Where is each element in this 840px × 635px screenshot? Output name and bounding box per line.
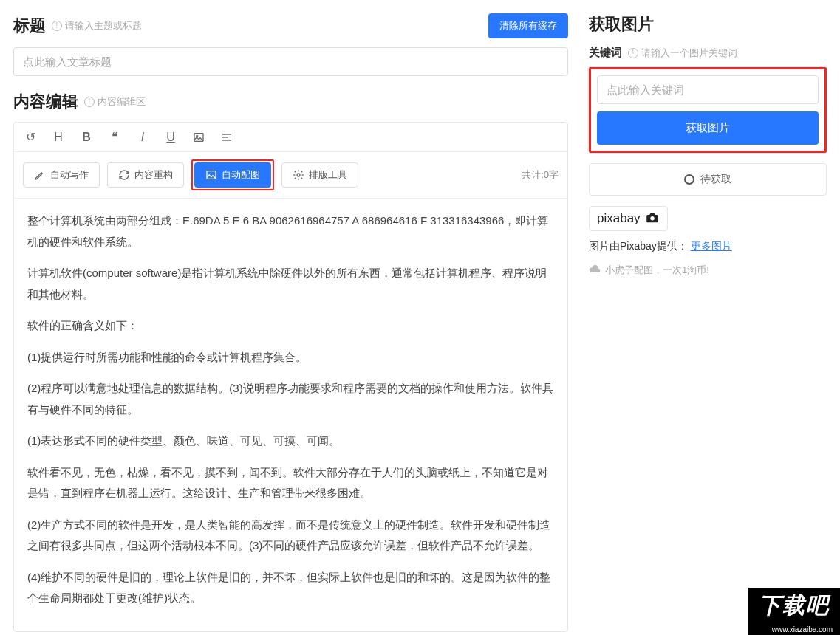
paragraph: (1)提供运行时所需功能和性能的命令或计算机程序集合。 xyxy=(27,347,554,368)
info-icon: ! xyxy=(84,97,95,107)
format-toolbar: ↺ H B ❝ I U xyxy=(14,123,567,152)
italic-icon[interactable]: I xyxy=(135,131,150,144)
bold-icon[interactable]: B xyxy=(79,131,94,144)
paragraph: 软件的正确含义如下： xyxy=(27,315,554,337)
paragraph: (4)维护不同的硬件是旧的，理论上软件是旧的，并不坏，但实际上软件也是旧的和坏的… xyxy=(27,567,554,609)
editor: ↺ H B ❝ I U 自动写作 xyxy=(13,122,568,632)
paragraph: 整个计算机系统由两部分组成：E.69DA 5 E 6 BA 9062616964… xyxy=(27,210,554,253)
keyword-hint: ! 请输入一个图片关键词 xyxy=(628,47,737,60)
image-icon[interactable] xyxy=(191,131,206,144)
paragraph: 计算机软件(computer software)是指计算机系统中除硬件以外的所有… xyxy=(27,263,554,305)
layout-tool-button[interactable]: 排版工具 xyxy=(281,162,358,188)
clear-cache-button[interactable]: 清除所有缓存 xyxy=(488,13,568,38)
keyword-label: 关键词 xyxy=(589,46,622,60)
paragraph: (1)表达形式不同的硬件类型、颜色、味道、可见、可摸、可闻。 xyxy=(27,430,554,452)
paragraph: 软件看不见，无色，枯燥，看不见，摸不到，闻不到。软件大部分存在于人们的头脑或纸上… xyxy=(27,462,554,504)
title-section-header: 标题 ! 请输入主题或标题 清除所有缓存 xyxy=(13,13,568,38)
article-title-input[interactable] xyxy=(13,47,568,76)
content-section-header: 内容编辑 ! 内容编辑区 xyxy=(13,91,568,113)
auto-write-button[interactable]: 自动写作 xyxy=(23,162,100,188)
svg-point-1 xyxy=(197,136,198,137)
paragraph: (2)程序可以满意地处理信息的数据结构。(3)说明程序功能要求和程序需要的文档的… xyxy=(27,378,554,420)
keyword-highlight-box: 获取图片 xyxy=(589,67,827,153)
more-images-link[interactable]: 更多图片 xyxy=(691,240,732,252)
paragraph: (2)生产方式不同的软件是开发，是人类智能的高发挥，而不是传统意义上的硬件制造。… xyxy=(27,515,554,557)
content-label: 内容编辑 xyxy=(13,91,78,113)
heading-icon[interactable]: H xyxy=(51,131,66,144)
info-icon: ! xyxy=(52,21,62,31)
underline-icon[interactable]: U xyxy=(163,131,178,144)
circle-icon xyxy=(684,174,694,185)
get-image-button[interactable]: 获取图片 xyxy=(597,111,819,145)
svg-point-6 xyxy=(297,174,300,176)
word-count: 共计:0字 xyxy=(522,168,559,182)
cloud-icon xyxy=(589,264,601,276)
watermark-main: 下载吧 xyxy=(748,588,840,624)
watermark: 下载吧 www.xiazaiba.com xyxy=(748,588,840,635)
camera-icon xyxy=(645,213,660,225)
pending-badge: 待获取 xyxy=(589,163,827,196)
align-icon[interactable] xyxy=(219,131,234,144)
pixabay-badge: pixabay xyxy=(589,206,668,231)
editor-content[interactable]: 整个计算机系统由两部分组成：E.69DA 5 E 6 BA 9062616964… xyxy=(14,199,567,631)
title-label: 标题 xyxy=(13,15,46,37)
get-image-title: 获取图片 xyxy=(589,13,827,35)
auto-image-highlight: 自动配图 xyxy=(191,159,274,190)
keyword-label-row: 关键词 ! 请输入一个图片关键词 xyxy=(589,46,827,60)
restructure-button[interactable]: 内容重构 xyxy=(107,162,184,188)
action-toolbar: 自动写作 内容重构 自动配图 排版工具 共计:0字 xyxy=(14,152,567,199)
tip-row: 小虎子配图，一次1淘币! xyxy=(589,264,827,277)
credit-row: 图片由Pixabay提供： 更多图片 xyxy=(589,240,827,253)
svg-point-7 xyxy=(650,216,654,220)
undo-icon[interactable]: ↺ xyxy=(23,130,38,144)
title-hint: ! 请输入主题或标题 xyxy=(52,19,142,32)
sidebar: 获取图片 关键词 ! 请输入一个图片关键词 获取图片 待获取 pixabay xyxy=(581,0,840,635)
info-icon: ! xyxy=(628,48,638,58)
quote-icon[interactable]: ❝ xyxy=(107,130,122,144)
content-hint: ! 内容编辑区 xyxy=(84,95,146,109)
watermark-sub: www.xiazaiba.com xyxy=(748,624,840,635)
keyword-input[interactable] xyxy=(597,75,819,104)
auto-image-button[interactable]: 自动配图 xyxy=(194,162,271,188)
